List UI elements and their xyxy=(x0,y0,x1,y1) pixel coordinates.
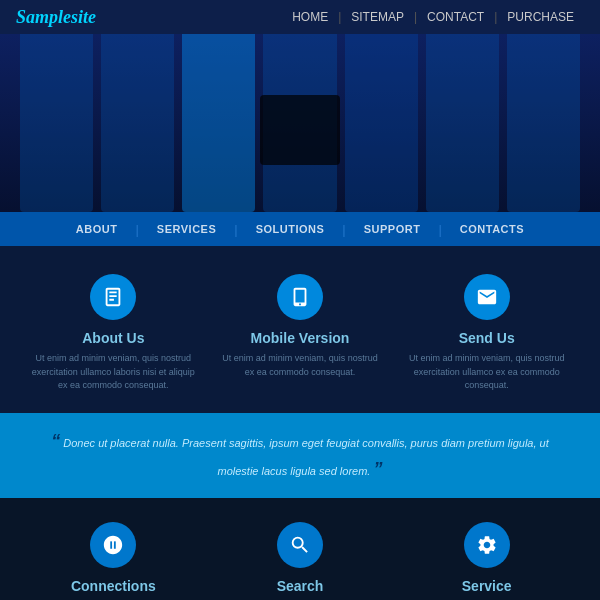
services-section: Connections Ut enim ad minim veniam, qui… xyxy=(0,498,600,600)
quote-open: “ xyxy=(51,431,60,451)
stripe-1 xyxy=(20,34,93,212)
feature-about-title: About Us xyxy=(82,330,144,346)
feature-mobile-title: Mobile Version xyxy=(251,330,350,346)
nav-contact[interactable]: CONTACT xyxy=(417,10,494,24)
stripe-6 xyxy=(426,34,499,212)
service-search-title: Search xyxy=(277,578,324,594)
service-connections-title: Connections xyxy=(71,578,156,594)
nav-home[interactable]: HOME xyxy=(282,10,338,24)
quote-banner: “ Donec ut placerat nulla. Praesent sagi… xyxy=(0,413,600,499)
sub-nav-about[interactable]: ABOUT xyxy=(58,223,136,235)
service-service-title: Service xyxy=(462,578,512,594)
mail-icon xyxy=(464,274,510,320)
search-icon xyxy=(277,522,323,568)
feature-mobile: Mobile Version Ut enim ad minim veniam, … xyxy=(207,274,394,379)
features-section: About Us Ut enim ad minim veniam, quis n… xyxy=(0,246,600,413)
sub-nav-contacts[interactable]: CONTACTS xyxy=(442,223,542,235)
header: Samplesite HOME | SITEMAP | CONTACT | PU… xyxy=(0,0,600,34)
feature-send-title: Send Us xyxy=(459,330,515,346)
quote-close: ” xyxy=(373,459,382,479)
quote-body: Donec ut placerat nulla. Praesent sagitt… xyxy=(63,437,548,478)
sub-nav-solutions[interactable]: SOLUTIONS xyxy=(238,223,343,235)
gear-icon xyxy=(464,522,510,568)
connections-icon xyxy=(90,522,136,568)
feature-send: Send Us Ut enim ad minim veniam, quis no… xyxy=(393,274,580,393)
logo: Samplesite xyxy=(16,7,96,28)
quote-text: “ Donec ut placerat nulla. Praesent sagi… xyxy=(40,427,560,485)
service-service: Service Ut enim ad minim veniam, quis no… xyxy=(393,522,580,600)
service-connections: Connections Ut enim ad minim veniam, qui… xyxy=(20,522,207,600)
feature-about-us: About Us Ut enim ad minim veniam, quis n… xyxy=(20,274,207,393)
feature-mobile-desc: Ut enim ad minim veniam, quis nostrud ex… xyxy=(217,352,384,379)
sub-nav: ABOUT | SERVICES | SOLUTIONS | SUPPORT |… xyxy=(0,212,600,246)
nav-sitemap[interactable]: SITEMAP xyxy=(341,10,414,24)
feature-send-desc: Ut enim ad minim veniam, quis nostrud ex… xyxy=(403,352,570,393)
nav-purchase[interactable]: PURCHASE xyxy=(497,10,584,24)
stripe-7 xyxy=(507,34,580,212)
hero-box xyxy=(260,95,340,165)
book-icon xyxy=(90,274,136,320)
feature-about-desc: Ut enim ad minim veniam, quis nostrud ex… xyxy=(30,352,197,393)
hero-section xyxy=(0,34,600,212)
stripe-3 xyxy=(182,34,255,212)
mobile-icon xyxy=(277,274,323,320)
top-nav: HOME | SITEMAP | CONTACT | PURCHASE xyxy=(282,10,584,24)
sub-nav-support[interactable]: SUPPORT xyxy=(346,223,439,235)
sub-nav-services[interactable]: SERVICES xyxy=(139,223,234,235)
stripe-2 xyxy=(101,34,174,212)
stripe-5 xyxy=(345,34,418,212)
service-search: Search Ut enim ad minim veniam, quis nos… xyxy=(207,522,394,600)
